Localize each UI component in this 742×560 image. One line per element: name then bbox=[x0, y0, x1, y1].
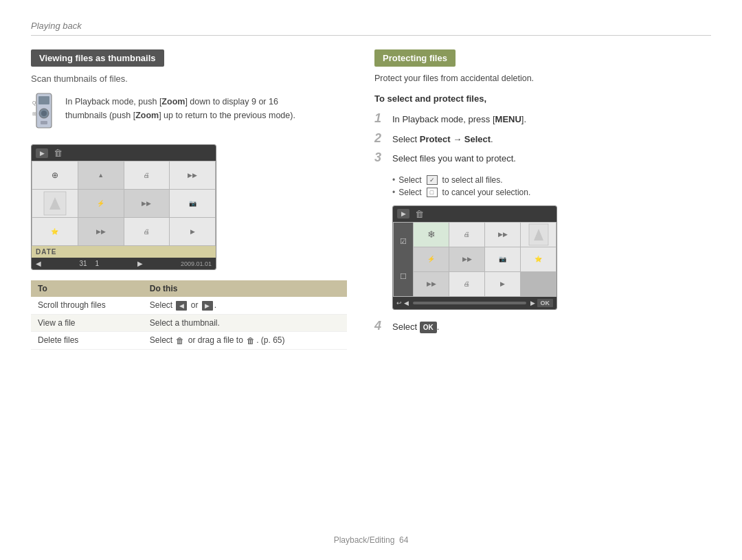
right-column: Protecting files Protect your files from… bbox=[374, 49, 711, 350]
table-row: View a file Select a thumbnail. bbox=[31, 314, 347, 331]
back-arrow-icon: ↩ bbox=[396, 300, 402, 306]
zoom-device-svg: Q ⊞ bbox=[31, 92, 57, 130]
screen-nav-bar-right: ↩ ◀ ▶ OK bbox=[393, 297, 556, 309]
two-column-layout: Viewing files as thumbnails Scan thumbna… bbox=[31, 49, 711, 350]
step-2: 2 Select Protect → Select. bbox=[374, 132, 711, 146]
table-col-to: To bbox=[31, 280, 143, 297]
grid-cell: ▶▶ bbox=[170, 161, 215, 189]
steps-list: 1 In Playback mode, press [MENU]. 2 Sele… bbox=[374, 112, 711, 166]
svg-rect-4 bbox=[41, 121, 47, 124]
grid-cell-protect: ▶ bbox=[485, 272, 520, 296]
trash-icon: 🗑 bbox=[176, 336, 184, 346]
svg-text:Q: Q bbox=[32, 100, 36, 106]
sidebar-uncheck-icon: ☐ bbox=[400, 273, 407, 280]
screen-top-bar: ▶ 🗑 bbox=[32, 145, 216, 161]
grid-cell: ⊕ bbox=[32, 161, 78, 189]
play-icon-right: ▶ bbox=[397, 209, 409, 219]
table-row: Delete files Select 🗑 or drag a file to … bbox=[31, 331, 347, 349]
trash-icon-2: 🗑 bbox=[247, 336, 255, 346]
nav-right-arrow-right: ▶ bbox=[530, 300, 535, 306]
right-section-header: Protecting files bbox=[374, 49, 456, 67]
grid-cell: ▶▶ bbox=[78, 218, 124, 245]
footer-label: Playback/Editing bbox=[334, 535, 395, 545]
trash-icon: 🗑 bbox=[54, 148, 63, 158]
step-3: 3 Select files you want to protect. bbox=[374, 151, 711, 166]
grid-cell: ▶ bbox=[170, 218, 215, 245]
grid-cell-protect: ❄ bbox=[414, 223, 449, 247]
instructions-table: To Do this Scroll through files Select ◀… bbox=[31, 280, 347, 350]
grid-cell-protect: ▶▶ bbox=[485, 223, 520, 247]
grid-cell: ⭐ bbox=[32, 218, 78, 245]
grid-cell: ⚡ bbox=[78, 190, 124, 217]
grid-cell: 📷 bbox=[170, 190, 215, 217]
bullet-list: Select ✓ to select all files. Select □ t… bbox=[392, 175, 711, 197]
table-cell-to: View a file bbox=[31, 314, 143, 331]
zoom-instruction-text: In Playback mode, push [Zoom] down to di… bbox=[65, 92, 295, 122]
left-subtitle: Scan thumbnails of files. bbox=[31, 74, 347, 84]
screen-date-bar: DATE bbox=[32, 246, 216, 258]
progress-bar bbox=[413, 302, 526, 304]
nav-left-arrow: ◀ bbox=[36, 260, 41, 267]
protect-grid: ☑ ☐ ❄ 🖨 ▶▶ bbox=[393, 222, 556, 297]
protect-screen-mockup: ▶ 🗑 ☑ ☐ ❄ 🖨 bbox=[392, 205, 557, 310]
page-container: Playing back Viewing files as thumbnails… bbox=[0, 0, 742, 560]
play-icon: ▶ bbox=[36, 148, 48, 158]
nav-right-arrow: ▶ bbox=[137, 260, 143, 267]
left-column: Viewing files as thumbnails Scan thumbna… bbox=[31, 49, 347, 350]
svg-point-3 bbox=[41, 111, 47, 116]
check-all-icon: ✓ bbox=[427, 175, 438, 185]
grid-cell-protect: 🖨 bbox=[449, 223, 484, 247]
step-4: 4 Select OK. bbox=[374, 320, 711, 334]
screen-nav-bar: ◀ 31 1 ▶ 2009.01.01 bbox=[32, 258, 216, 269]
table-cell-to: Scroll through files bbox=[31, 297, 143, 314]
step-1: 1 In Playback mode, press [MENU]. bbox=[374, 112, 711, 126]
footer-page: 64 bbox=[399, 535, 408, 545]
left-arrow-icon: ◀ bbox=[176, 301, 187, 311]
table-cell-do: Select a thumbnail. bbox=[143, 314, 347, 331]
right-arrow-icon: ▶ bbox=[202, 301, 213, 311]
bullet-1: Select ✓ to select all files. bbox=[392, 175, 711, 185]
svg-text:⊞: ⊞ bbox=[32, 111, 36, 116]
screen-top-bar-right: ▶ 🗑 bbox=[393, 206, 556, 222]
left-section-header: Viewing files as thumbnails bbox=[31, 49, 164, 67]
grid-cell-protect bbox=[521, 223, 556, 247]
grid-cell-protect: ▶▶ bbox=[414, 272, 449, 296]
zoom-icon: Q ⊞ bbox=[31, 92, 57, 132]
zoom-instruction-block: Q ⊞ In Playback mode, push [Zoom] down t… bbox=[31, 92, 347, 132]
grid-cell bbox=[32, 190, 78, 217]
grid-cell: 🖨 bbox=[124, 218, 170, 245]
grid-cell-protect: 🖨 bbox=[449, 272, 484, 296]
table-cell-do: Select ◀ or ▶. bbox=[143, 297, 347, 314]
nav-numbers: 31 1 bbox=[79, 260, 99, 267]
table-cell-to: Delete files bbox=[31, 331, 143, 349]
ok-button: OK bbox=[537, 299, 554, 307]
grid-cell: 🖨 bbox=[124, 161, 170, 189]
grid-cell-protect: ⚡ bbox=[414, 247, 449, 271]
grid-cell-protect: ⭐ bbox=[521, 247, 556, 271]
to-select-label: To select and protect files, bbox=[374, 93, 711, 104]
grid-cell-protect: ▶▶ bbox=[449, 247, 484, 271]
table-cell-do: Select 🗑 or drag a file to 🗑. (p. 65) bbox=[143, 331, 347, 349]
breadcrumb: Playing back bbox=[31, 21, 711, 36]
nav-left-arrow-right: ◀ bbox=[404, 300, 409, 306]
grid-cell-protect: 📷 bbox=[485, 247, 520, 271]
grid-cell: ▲ bbox=[78, 161, 124, 189]
protect-subtitle: Protect your files from accidental delet… bbox=[374, 74, 711, 83]
trash-icon-right: 🗑 bbox=[415, 209, 424, 219]
bullet-2: Select □ to cancel your selection. bbox=[392, 188, 711, 197]
sidebar-check-icon: ☑ bbox=[400, 238, 407, 245]
table-row: Scroll through files Select ◀ or ▶. bbox=[31, 297, 347, 314]
thumbnail-grid: ⊕ ▲ 🖨 ▶▶ ⚡ bbox=[32, 161, 216, 246]
ok-inline-icon: OK bbox=[420, 322, 437, 333]
grid-cell: ▶▶ bbox=[124, 190, 170, 217]
svg-rect-1 bbox=[38, 96, 49, 104]
sidebar-icons: ☑ ☐ bbox=[394, 223, 413, 296]
uncheck-icon: □ bbox=[427, 188, 438, 197]
thumbnail-screen-mockup: ▶ 🗑 ⊕ ▲ 🖨 ▶▶ bbox=[31, 144, 216, 270]
page-footer: Playback/Editing 64 bbox=[0, 535, 742, 545]
table-col-do: Do this bbox=[143, 280, 347, 297]
